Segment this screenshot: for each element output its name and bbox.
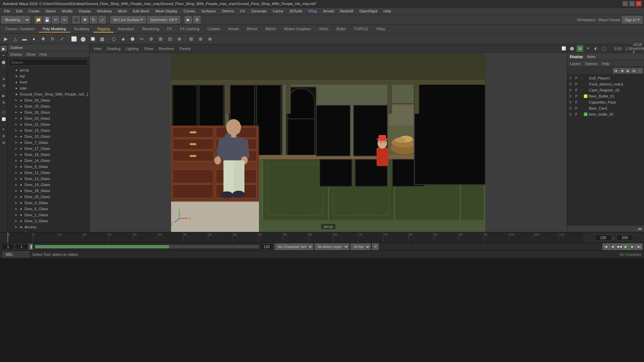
- redo-btn[interactable]: ↪: [61, 16, 68, 23]
- tree-item[interactable]: ► ■ Door_18_Glass: [7, 188, 89, 194]
- render-settings-btn[interactable]: ⚙: [193, 16, 201, 23]
- tree-item[interactable]: ■ front: [7, 79, 89, 85]
- channel-box-tab-anim[interactable]: Anim: [587, 55, 595, 59]
- tab-turtle[interactable]: TURTLE: [350, 26, 372, 33]
- outliner-menu-help[interactable]: Help: [38, 52, 49, 57]
- channel-item[interactable]: V P / Beer_Can1: [567, 105, 644, 111]
- bevel-icon-btn[interactable]: ◈: [119, 35, 127, 43]
- sign-in-btn[interactable]: Sign In ▾: [622, 16, 643, 23]
- channel-item[interactable]: V P / Cigarettes_Pack: [567, 99, 644, 105]
- tree-item[interactable]: ■ Ground_Floor_Shop_With_People_nd1_1: [7, 91, 89, 97]
- mode-dropdown[interactable]: Modeling Rigging Animation FX Rendering …: [1, 16, 30, 23]
- render-btn[interactable]: ▶: [184, 16, 192, 23]
- tab-motion-graphics[interactable]: Motion Graphics: [280, 26, 315, 33]
- fps-dropdown[interactable]: 24 fps 30 fps 60 fps: [351, 243, 371, 250]
- tab-bifrost[interactable]: Bifrost: [243, 26, 261, 33]
- menu-cache[interactable]: Cache: [270, 8, 286, 14]
- menu-mesh[interactable]: Mesh: [115, 8, 129, 14]
- cylinder-icon-btn[interactable]: 🔲: [88, 35, 97, 43]
- menu-surfaces[interactable]: Surfaces: [199, 8, 218, 14]
- box-select-icon-btn[interactable]: ⬜: [69, 35, 78, 43]
- bridge-icon-btn[interactable]: ⬣: [128, 35, 137, 43]
- channel-item[interactable]: V P / beer_bottle_02: [567, 111, 644, 117]
- left-tool-layers[interactable]: ≡: [1, 126, 7, 132]
- mirror-icon-btn[interactable]: ⊞: [187, 35, 196, 43]
- cb-nav-next[interactable]: ▶: [625, 68, 631, 73]
- channel-box-tab-display[interactable]: Display: [570, 55, 583, 59]
- tree-item[interactable]: ► ■ Door_26_Glass: [7, 109, 89, 115]
- left-tool-paint[interactable]: ✏: [1, 52, 7, 58]
- range-current-field[interactable]: [15, 244, 28, 250]
- tree-item[interactable]: ► ■ Access: [7, 224, 89, 230]
- menu-generate[interactable]: Generate: [249, 8, 269, 14]
- select-tool-btn[interactable]: ⬛: [72, 16, 80, 23]
- channel-item[interactable]: V P / Beer_Bottle_01: [567, 93, 644, 99]
- channel-item[interactable]: V P / Food_delivery_man1: [567, 81, 644, 87]
- channel-v-btn[interactable]: V: [569, 88, 574, 92]
- channel-p-btn[interactable]: P: [575, 95, 580, 98]
- tab-rendering[interactable]: Rendering: [138, 26, 163, 33]
- vp-wireframe-btn[interactable]: ⬜: [560, 45, 567, 52]
- channel-item[interactable]: V P / Golf_Player1: [567, 75, 644, 81]
- tree-item[interactable]: ► ■ Door_17_Glass: [7, 145, 89, 152]
- menu-windows[interactable]: Windows: [94, 8, 115, 14]
- outliner-menu-display[interactable]: Display: [9, 52, 23, 57]
- menu-create[interactable]: Create: [26, 8, 42, 14]
- menu-edit-mesh[interactable]: Edit Mesh: [130, 8, 152, 14]
- tree-item[interactable]: ► ■ Door_15_Glass: [7, 127, 89, 133]
- next-frame-btn[interactable]: ▶: [629, 243, 636, 250]
- left-tool-attr[interactable]: ⊕: [1, 133, 7, 139]
- range-end-field[interactable]: [260, 244, 273, 250]
- tab-curves-surfaces[interactable]: Curves / Surfaces: [1, 26, 39, 33]
- channel-v-btn[interactable]: V: [569, 107, 574, 110]
- range-start-field[interactable]: [1, 244, 15, 250]
- next-keyframe-btn[interactable]: ▶|: [636, 243, 643, 250]
- channel-p-btn[interactable]: P: [575, 76, 580, 80]
- vp-smooth-btn[interactable]: ⬤: [569, 45, 575, 52]
- cb-nav-scroll[interactable]: ↕: [637, 68, 643, 73]
- timeline-ruler[interactable]: 0510152025303540455055606570758085909510…: [0, 232, 644, 243]
- outliner-menu-show[interactable]: Show: [25, 52, 37, 57]
- tab-poly-modeling[interactable]: Poly Modeling: [39, 26, 70, 33]
- cb-nav-first[interactable]: ⏮: [613, 68, 619, 73]
- menu-help[interactable]: Help: [381, 8, 394, 14]
- left-tool-sculpt[interactable]: ⬤: [1, 59, 7, 65]
- maximize-button[interactable]: □: [629, 1, 635, 6]
- no-live-surface-btn[interactable]: No Live Surface ▾: [110, 16, 146, 23]
- cb-menu-help[interactable]: Help: [600, 61, 611, 66]
- cb-nav-last[interactable]: ⏭: [631, 68, 637, 73]
- tree-item[interactable]: ► ■ Door_16_Glass: [7, 152, 89, 158]
- vp-color-space-btn[interactable]: sRGB gamma ▾: [635, 45, 642, 52]
- close-button[interactable]: ✕: [636, 1, 641, 6]
- menu-modify[interactable]: Modify: [59, 8, 75, 14]
- connect-icon-btn[interactable]: ⊕: [147, 35, 156, 43]
- left-tool-node[interactable]: ⊞: [1, 139, 7, 145]
- tab-animation[interactable]: Animation: [114, 26, 138, 33]
- channel-v-btn[interactable]: V: [569, 82, 574, 86]
- tree-item[interactable]: ► ■ Door_25_Glass: [7, 103, 89, 109]
- tab-arnold[interactable]: Arnold: [224, 26, 243, 33]
- rotate-tool-btn[interactable]: ↻: [90, 16, 97, 23]
- paint-select-icon-btn[interactable]: ▬: [20, 35, 29, 43]
- menu-arnold[interactable]: Arnold: [320, 8, 336, 14]
- scale-tool-btn[interactable]: ⤢: [99, 16, 106, 23]
- menu-3dtoall[interactable]: 3DToAll: [287, 8, 305, 14]
- tree-item[interactable]: ► ■ Door_14_Glass: [7, 158, 89, 164]
- no-anim-layer-dropdown[interactable]: No Anim Layer: [315, 243, 349, 250]
- tree-item[interactable]: ► ■ Door_19_Glass: [7, 182, 89, 188]
- tab-custom[interactable]: Custom: [203, 26, 224, 33]
- offset-loop-icon-btn[interactable]: ⊟: [166, 35, 174, 43]
- left-tool-display1[interactable]: ⬛: [1, 109, 7, 115]
- channel-v-btn[interactable]: V: [569, 101, 574, 104]
- tree-item[interactable]: ► ■ Door_24_Glass: [7, 97, 89, 103]
- menu-select[interactable]: Select: [43, 8, 59, 14]
- channel-p-btn[interactable]: P: [575, 107, 580, 110]
- scale-icon-btn[interactable]: ⤢: [58, 35, 66, 43]
- vp-menu-renderer[interactable]: Renderer: [157, 46, 176, 51]
- tab-mash[interactable]: MASH: [261, 26, 280, 33]
- vp-shadow-btn[interactable]: ◐: [593, 45, 599, 52]
- left-tool-render[interactable]: ▶: [1, 93, 7, 99]
- tab-fx-caching[interactable]: FX Caching: [176, 26, 203, 33]
- menu-deform[interactable]: Deform: [219, 8, 237, 14]
- tab-bullet[interactable]: Bullet: [332, 26, 350, 33]
